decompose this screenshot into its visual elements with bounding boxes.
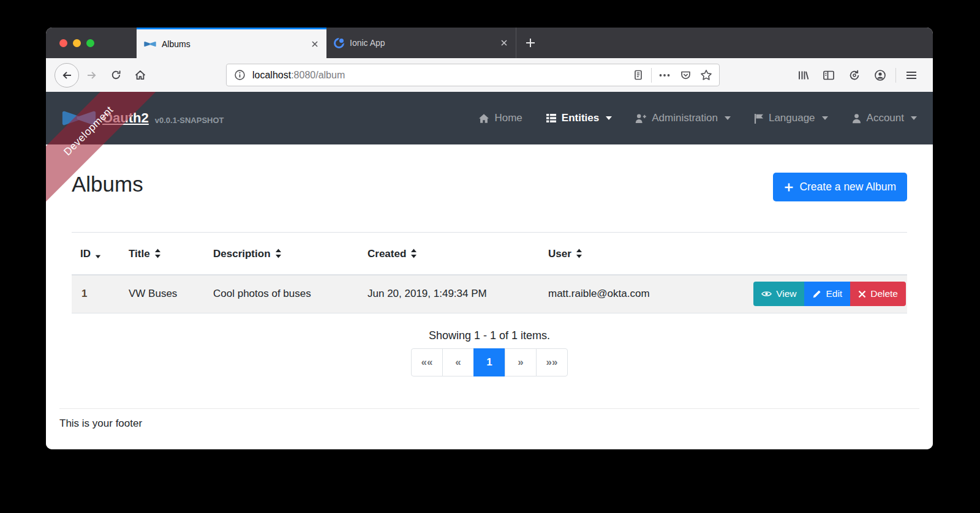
tab-title: Albums — [162, 39, 190, 49]
pagination-next[interactable]: » — [505, 348, 537, 376]
nav-label: Home — [494, 112, 522, 124]
nav-item-account[interactable]: Account — [851, 112, 917, 124]
delete-button[interactable]: Delete — [850, 282, 906, 306]
tab-ionic-app[interactable]: Ionic App — [326, 28, 516, 58]
page-actions-icon[interactable] — [654, 66, 675, 85]
nav-label: Account — [867, 112, 904, 124]
reader-mode-icon[interactable] — [628, 66, 649, 85]
cell-created: Jun 20, 2019, 1:49:34 PM — [368, 275, 548, 313]
eye-icon — [761, 290, 772, 298]
cell-user: matt.raible@okta.com — [548, 275, 717, 313]
pagination-first[interactable]: «« — [411, 348, 443, 376]
url-path: :8080/album — [291, 70, 345, 80]
forward-button[interactable] — [79, 63, 104, 88]
minimize-window-button[interactable] — [73, 39, 81, 47]
pocket-icon[interactable] — [675, 66, 696, 85]
page-title: Albums — [72, 173, 143, 197]
url-text[interactable]: localhost:8080/album — [252, 70, 345, 81]
toolbar-right-cluster — [790, 63, 924, 88]
page-footer: This is your footer — [72, 408, 907, 449]
sort-icon — [410, 249, 417, 258]
sort-icon — [154, 249, 161, 258]
brand[interactable]: Oauth2 v0.0.1-SNAPSHOT — [62, 110, 224, 127]
menu-hamburger-icon[interactable] — [899, 63, 924, 88]
page-viewport: Development Oauth2 v0.0.1-SNAPSHOT — [46, 92, 933, 449]
nav-item-entities[interactable]: Entities — [546, 112, 612, 124]
zoom-window-button[interactable] — [86, 39, 94, 47]
main-content: Albums Create a new Album ID — [46, 144, 933, 449]
tab-albums[interactable]: Albums — [137, 28, 326, 58]
nav-label: Language — [769, 112, 815, 124]
browser-window: Albums Ionic App — [46, 28, 933, 449]
url-host: localhost — [252, 70, 291, 80]
column-header-title[interactable]: Title — [129, 233, 213, 275]
url-bar[interactable]: localhost:8080/album — [226, 64, 720, 86]
column-header-id[interactable]: ID — [72, 233, 129, 275]
app-navbar: Oauth2 v0.0.1-SNAPSHOT Home Entities — [46, 92, 933, 144]
table-row: 1 VW Buses Cool photos of buses Jun 20, … — [72, 275, 907, 313]
pagination: «« « 1 » »» — [72, 348, 907, 376]
chevron-down-icon — [606, 116, 612, 120]
bowtie-favicon-icon — [144, 40, 156, 48]
footer-divider — [59, 408, 919, 409]
nav-item-home[interactable]: Home — [478, 112, 522, 124]
chevron-down-icon — [911, 116, 917, 120]
table-header-row: ID Title Description Created User — [72, 233, 907, 275]
pagination-last[interactable]: »» — [536, 348, 568, 376]
home-button[interactable] — [128, 63, 153, 88]
column-header-created[interactable]: Created — [368, 233, 548, 275]
tab-title: Ionic App — [350, 38, 385, 48]
close-tab-icon[interactable] — [500, 39, 508, 47]
sync-history-icon[interactable] — [842, 63, 867, 88]
nav-label: Entities — [562, 112, 599, 124]
home-icon — [478, 113, 489, 124]
column-header-user[interactable]: User — [548, 233, 717, 275]
browser-toolbar: localhost:8080/album — [46, 58, 933, 92]
account-profile-icon[interactable] — [867, 63, 893, 88]
library-icon[interactable] — [790, 63, 816, 88]
cell-id[interactable]: 1 — [72, 275, 129, 313]
sort-icon — [275, 249, 282, 258]
footer-text: This is your footer — [59, 418, 907, 430]
ionic-favicon-icon — [334, 38, 344, 48]
edit-button[interactable]: Edit — [804, 282, 850, 306]
close-tab-icon[interactable] — [311, 40, 319, 48]
new-tab-button[interactable] — [516, 28, 545, 58]
bookmark-star-icon[interactable] — [696, 66, 717, 85]
cell-title: VW Buses — [129, 275, 213, 313]
entities-icon — [546, 113, 557, 123]
view-button[interactable]: View — [753, 282, 804, 306]
chevron-down-icon — [822, 116, 828, 120]
sidebar-icon[interactable] — [816, 63, 842, 88]
pencil-icon — [812, 290, 821, 299]
toolbar-separator — [895, 68, 896, 83]
account-icon — [851, 113, 862, 124]
column-header-description[interactable]: Description — [213, 233, 368, 275]
showing-count-text: Showing 1 - 1 of 1 items. — [72, 329, 907, 342]
nav-menu: Home Entities Administration — [478, 112, 917, 124]
row-actions: View Edit — [753, 282, 906, 306]
bowtie-logo-icon — [62, 110, 96, 127]
create-album-button[interactable]: Create a new Album — [773, 173, 907, 201]
plus-icon — [784, 182, 794, 192]
sort-icon — [576, 249, 582, 258]
window-controls — [46, 28, 137, 58]
reload-button[interactable] — [104, 63, 128, 88]
x-icon — [858, 290, 866, 298]
create-album-label: Create a new Album — [799, 181, 896, 193]
urlbar-separator — [651, 68, 652, 83]
close-window-button[interactable] — [59, 39, 67, 47]
sort-down-icon — [95, 253, 101, 258]
back-button[interactable] — [55, 63, 79, 88]
nav-item-administration[interactable]: Administration — [635, 112, 731, 124]
site-info-icon[interactable] — [229, 66, 250, 85]
cell-description: Cool photos of buses — [213, 275, 368, 313]
pagination-prev[interactable]: « — [442, 348, 474, 376]
pagination-page-1[interactable]: 1 — [473, 348, 505, 376]
language-icon — [754, 113, 764, 124]
nav-label: Administration — [652, 112, 718, 124]
nav-item-language[interactable]: Language — [754, 112, 828, 124]
browser-tab-bar: Albums Ionic App — [46, 28, 933, 58]
column-header-actions — [717, 233, 907, 275]
administration-icon — [635, 113, 647, 124]
